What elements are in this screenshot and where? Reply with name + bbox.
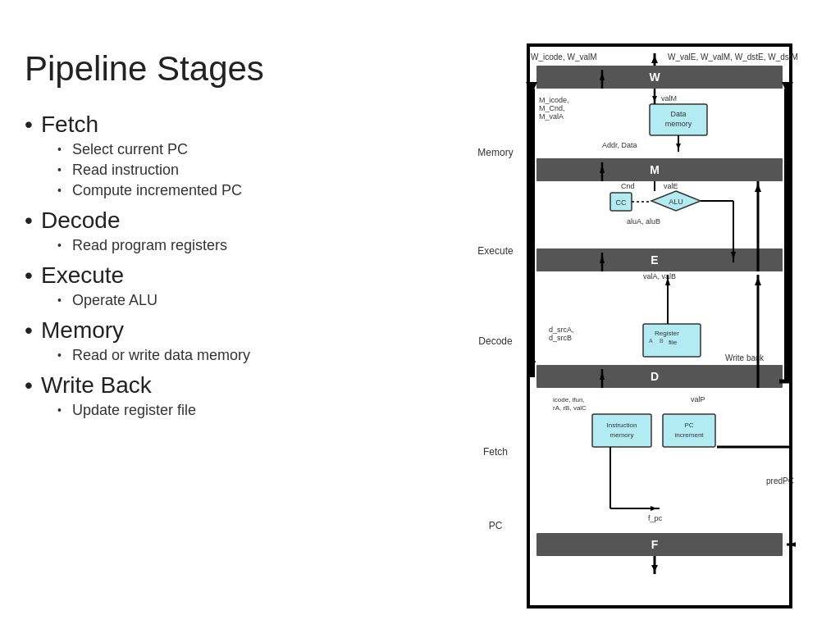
svg-marker-48 (755, 184, 761, 192)
stage-e-label: E (651, 253, 658, 267)
bullet-fetch: Fetch Select current PC Read instruction… (25, 112, 402, 199)
reg-file-label1: Register (655, 330, 679, 337)
svg-marker-22 (651, 56, 658, 63)
bullet-memory: Memory Read or write data memory (25, 317, 402, 364)
instr-memory-label2: memory (610, 431, 634, 439)
label-vale: valE (664, 182, 678, 190)
svg-rect-16 (536, 533, 783, 556)
stage-pc-label: PC (489, 520, 503, 531)
bullet-execute: Execute Operate ALU (25, 262, 402, 309)
writeback-sub-1: Update register file (57, 402, 402, 419)
pc-increment-label1: PC (684, 422, 693, 429)
reg-b-label: B (660, 338, 664, 344)
svg-rect-15 (663, 414, 715, 447)
stage-m-label: M (650, 163, 660, 176)
fetch-sub-2: Read instruction (57, 162, 402, 179)
label-icode-ifun: icode, ifun, (553, 396, 585, 403)
label-dsrca: d_srcA, (549, 326, 574, 334)
label-alua-alub: aluA, aluB (627, 217, 660, 226)
pc-increment-label2: increment (674, 431, 704, 439)
label-vala-valb: valA, valB (643, 272, 676, 280)
stage-fetch-label: Fetch (483, 446, 508, 458)
execute-sub-1: Operate ALU (57, 292, 402, 309)
memory-sub-1: Read or write data memory (57, 347, 402, 364)
decode-sub-1: Read program registers (57, 237, 402, 254)
stage-execute-label: Execute (477, 245, 514, 257)
svg-marker-44 (651, 506, 657, 511)
label-w-vale: W_valE, W_valM, W_dstE, W_dstM (668, 52, 798, 62)
svg-marker-6 (676, 144, 681, 149)
pipeline-diagram: W_icode, W_valM W_valE, W_valM, W_dstE, … (446, 37, 832, 619)
svg-marker-18 (651, 565, 658, 572)
svg-rect-7 (536, 158, 783, 181)
page-title: Pipeline Stages (25, 49, 402, 89)
decode-sub-list: Read program registers (57, 237, 402, 254)
reg-file-label2: file (669, 339, 678, 346)
fetch-sub-1: Select current PC (57, 141, 402, 158)
stage-w-label: W (649, 71, 660, 84)
left-panel: Pipeline Stages Fetch Select current PC … (25, 49, 402, 427)
fetch-sub-list: Select current PC Read instruction Compu… (57, 141, 402, 199)
svg-marker-4 (652, 96, 657, 102)
bullet-writeback: Write Back Update register file (25, 372, 402, 419)
reg-a-label: A (649, 338, 653, 344)
diagram-svg: W_icode, W_valM W_valE, W_valM, W_dstE, … (446, 37, 832, 619)
label-m-vala: M_valA (539, 112, 564, 121)
label-dsrcb: d_srcB (549, 334, 572, 342)
label-ra-rb-valc: rA, rB, valC (553, 404, 587, 412)
data-memory-label1: Data (670, 110, 686, 118)
label-valm: valM (661, 94, 677, 103)
stage-d-label: D (651, 370, 659, 383)
data-memory-label2: memory (665, 120, 692, 128)
label-m-cnd: M_Cnd, (539, 104, 565, 112)
fetch-sub-3: Compute incremented PC (57, 182, 402, 199)
alu-label: ALU (669, 198, 683, 206)
main-bullet-list: Fetch Select current PC Read instruction… (25, 112, 402, 419)
svg-rect-13 (536, 365, 783, 388)
stage-decode-label: Decode (478, 335, 513, 347)
svg-rect-14 (592, 414, 651, 447)
label-fpc: f_pc (648, 514, 663, 522)
writeback-sub-list: Update register file (57, 402, 402, 419)
svg-marker-50 (755, 277, 761, 285)
stage-f-label: F (651, 538, 659, 551)
cc-label: CC (616, 198, 627, 207)
stage-memory-label: Memory (477, 147, 513, 158)
svg-rect-11 (536, 248, 783, 271)
bullet-decode: Decode Read program registers (25, 207, 402, 254)
label-addr-data: Addr, Data (602, 141, 637, 149)
label-m-icode: M_icode, (539, 96, 569, 104)
label-w-icode: W_icode, W_valM (531, 52, 597, 62)
memory-sub-list: Read or write data memory (57, 347, 402, 364)
label-cnd: Cnd (621, 182, 635, 190)
instr-memory-label1: Instruction (607, 422, 637, 429)
label-valp: valP (691, 395, 705, 403)
execute-sub-list: Operate ALU (57, 292, 402, 309)
